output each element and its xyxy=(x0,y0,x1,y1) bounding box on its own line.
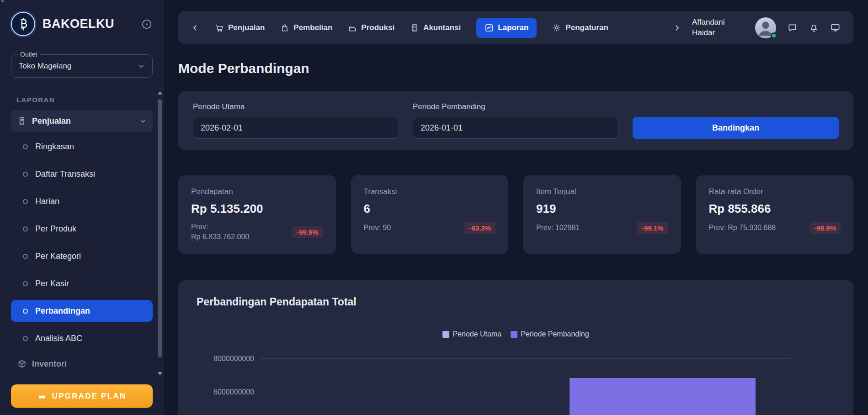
nav-item-pengaturan[interactable]: Pengaturan xyxy=(552,23,608,32)
chart-bar-periode-pembanding xyxy=(570,378,756,415)
stat-previous: Prev: 102981 xyxy=(536,223,580,233)
line-chart-icon xyxy=(485,23,494,32)
chart-title: Perbandingan Pendapatan Total xyxy=(197,296,835,308)
bullet-icon xyxy=(23,281,28,286)
stat-card-transaksi: Transaksi 6 Prev: 90 -93.3% xyxy=(351,175,509,254)
penjualan-submenu: Ringkasan Daftar Transaksi Harian Per Pr… xyxy=(11,133,153,352)
shopping-bag-icon xyxy=(280,23,289,32)
nav-item-produksi[interactable]: Produksi xyxy=(348,23,394,32)
crown-icon xyxy=(37,392,47,401)
chevron-right-icon[interactable] xyxy=(673,24,681,32)
navbar-right-group: Affandani Haidar xyxy=(673,17,841,38)
sidebar-item-per-kategori[interactable]: Per Kategori xyxy=(11,242,153,270)
sub-item-label: Analisis ABC xyxy=(35,334,82,343)
sidebar-item-perbandingan[interactable]: Perbandingan xyxy=(11,300,153,322)
sidebar-collapse-icon[interactable] xyxy=(141,18,153,30)
periode-pembanding-label: Periode Pembanding xyxy=(413,102,619,111)
nav-item-akuntansi[interactable]: Akuntansi xyxy=(410,23,461,32)
stats-row: Pendapatan Rp 5.135.200 Prev: Rp 6.833.7… xyxy=(178,175,853,254)
nav-item-label: Pembelian xyxy=(293,23,332,32)
bandingkan-button[interactable]: Bandingkan xyxy=(633,117,839,139)
cart-icon xyxy=(215,23,224,32)
avatar[interactable] xyxy=(755,17,776,38)
sidebar-item-penjualan[interactable]: Penjualan xyxy=(11,110,153,132)
sidebar-item-daftar-transaksi[interactable]: Daftar Transaksi xyxy=(11,160,153,188)
sidebar-scrollbar[interactable] xyxy=(157,91,162,375)
chevron-left-icon[interactable] xyxy=(191,24,199,32)
sub-item-label: Per Kategori xyxy=(35,252,81,261)
nav-item-penjualan[interactable]: Penjualan xyxy=(215,23,265,32)
stat-label: Transaksi xyxy=(364,187,496,196)
section-indicator-dot xyxy=(1,0,4,2)
sidebar-item-per-produk[interactable]: Per Produk xyxy=(11,215,153,242)
main-content: Penjualan Pembelian Produksi xyxy=(164,0,868,415)
upgrade-plan-label: UPGRADE PLAN xyxy=(52,392,126,401)
periode-utama-input[interactable] xyxy=(193,117,399,139)
bullet-icon xyxy=(23,144,28,149)
chat-icon[interactable] xyxy=(787,22,798,33)
scrollbar-thumb[interactable] xyxy=(158,99,162,357)
upgrade-plan-button[interactable]: UPGRADE PLAN xyxy=(11,384,153,408)
top-navbar: Penjualan Pembelian Produksi xyxy=(178,11,853,44)
outlet-label: Outlet xyxy=(17,51,40,58)
nav-item-laporan[interactable]: Laporan xyxy=(476,18,537,38)
online-status-dot xyxy=(771,32,777,39)
nav-item-label: Laporan xyxy=(498,23,528,32)
nav-item-label: Produksi xyxy=(361,23,394,32)
sub-item-label: Per Produk xyxy=(35,224,76,234)
stat-value: Rp 855.866 xyxy=(709,202,841,216)
outlet-value: Toko Magelang xyxy=(19,62,71,71)
sidebar: BAKOELKU Outlet Toko Magelang LAPORAN xyxy=(0,0,164,415)
stat-value: Rp 5.135.200 xyxy=(191,202,323,216)
chevron-down-icon xyxy=(138,63,145,70)
stat-previous: Prev: 90 xyxy=(364,223,391,233)
bullet-icon xyxy=(23,336,28,341)
sidebar-item-per-kasir[interactable]: Per Kasir xyxy=(11,270,153,297)
sidebar-item-ringkasan[interactable]: Ringkasan xyxy=(11,133,153,160)
chart-axis-tick-label: 8000000000 xyxy=(213,355,254,363)
change-badge: -98.9% xyxy=(809,222,841,234)
periode-pembanding-field: Periode Pembanding xyxy=(413,102,619,139)
stat-value: 919 xyxy=(536,202,668,216)
comparison-chart-card: Perbandingan Pendapatan Total Periode Ut… xyxy=(178,280,853,415)
user-name[interactable]: Affandani Haidar xyxy=(692,17,744,38)
sidebar-menu: Penjualan Ringkasan Daftar Transaksi Har… xyxy=(11,110,153,375)
chevron-down-icon xyxy=(139,118,146,125)
stat-card-item-terjual: Item Terjual 919 Prev: 102981 -99.1% xyxy=(523,175,681,254)
brand-header: BAKOELKU xyxy=(11,12,153,36)
bullet-icon xyxy=(23,226,28,231)
bell-icon[interactable] xyxy=(809,22,819,33)
chart-axis-tick-label: 6000000000 xyxy=(213,388,254,396)
monitor-icon[interactable] xyxy=(830,22,841,33)
chart-legend: Periode Utama Periode Pembanding xyxy=(197,330,835,338)
sidebar-item-label: Penjualan xyxy=(32,116,71,126)
legend-label: Periode Pembanding xyxy=(521,330,589,338)
scroll-down-arrow-icon[interactable] xyxy=(158,372,162,375)
nav-item-pembelian[interactable]: Pembelian xyxy=(280,23,332,32)
sidebar-item-inventori[interactable]: Inventori xyxy=(11,353,153,375)
change-badge: -99.9% xyxy=(292,226,323,238)
factory-icon xyxy=(348,23,357,32)
change-badge: -99.1% xyxy=(637,222,668,234)
legend-label: Periode Utama xyxy=(453,330,501,338)
package-icon xyxy=(17,359,27,368)
legend-item-periode-utama[interactable]: Periode Utama xyxy=(442,330,501,338)
sidebar-item-harian[interactable]: Harian xyxy=(11,188,153,215)
comparison-form-card: Periode Utama Periode Pembanding Banding… xyxy=(178,91,853,150)
sidebar-item-analisis-abc[interactable]: Analisis ABC xyxy=(11,325,153,352)
sub-item-label: Ringkasan xyxy=(35,142,74,152)
legend-item-periode-pembanding[interactable]: Periode Pembanding xyxy=(511,330,589,338)
legend-swatch xyxy=(511,331,517,338)
outlet-select[interactable]: Outlet Toko Magelang xyxy=(11,54,153,78)
chart-gridline: 8000000000 xyxy=(261,358,791,359)
periode-pembanding-input[interactable] xyxy=(413,117,619,139)
sub-item-label: Daftar Transaksi xyxy=(35,169,95,179)
bitcoin-logo-icon xyxy=(11,12,35,36)
nav-item-label: Akuntansi xyxy=(423,23,461,32)
bullet-icon xyxy=(23,199,28,204)
change-badge: -93.3% xyxy=(464,222,495,234)
nav-item-label: Penjualan xyxy=(228,23,265,32)
stat-previous: Prev: Rp 6.833.762.000 xyxy=(191,222,249,242)
bullet-icon xyxy=(23,309,28,314)
scroll-up-arrow-icon[interactable] xyxy=(158,91,162,95)
